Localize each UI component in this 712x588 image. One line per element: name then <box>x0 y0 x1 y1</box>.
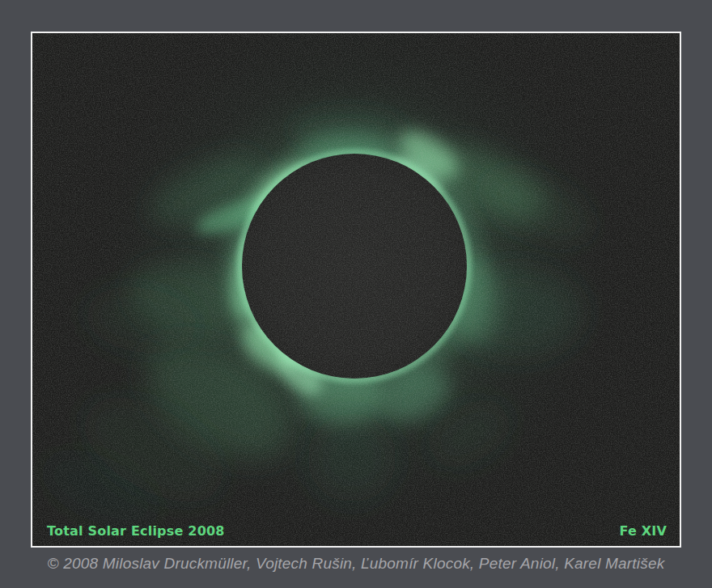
photo-page: Total Solar Eclipse 2008 Fe XIV © 2008 M… <box>0 0 712 588</box>
eclipse-photo: Total Solar Eclipse 2008 Fe XIV <box>31 32 681 548</box>
film-grain-overlay <box>32 33 680 546</box>
copyright-caption: © 2008 Miloslav Druckmüller, Vojtech Ruš… <box>0 555 712 573</box>
eclipse-corona-art <box>32 33 680 546</box>
filter-name-label: Fe XIV <box>619 525 667 538</box>
photo-title: Total Solar Eclipse 2008 <box>47 525 225 538</box>
